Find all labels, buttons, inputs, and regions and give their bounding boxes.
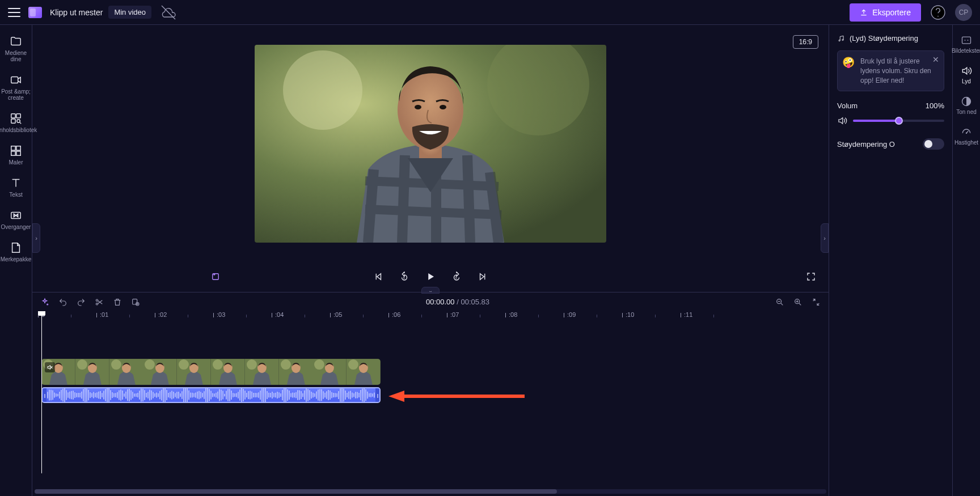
menu-button[interactable] [8, 8, 20, 17]
sidebar-label: Post &amp; create [1, 88, 31, 101]
sidebar-label: Innholdsbibliotek [0, 127, 37, 133]
ruler-tick: :01 [100, 311, 108, 318]
sidebar-item-library[interactable]: Innholdsbibliotek [0, 108, 32, 138]
noise-toggle[interactable] [923, 138, 944, 150]
tip-emoji-icon: 🤪 [842, 56, 855, 70]
svg-rect-4 [11, 114, 15, 118]
svg-point-51 [247, 359, 257, 370]
sparkle-button[interactable] [40, 298, 49, 307]
svg-point-43 [155, 363, 164, 373]
timeline-toolbar: 00:00.00 / 00:05.83 [32, 292, 829, 311]
rewind-5-button[interactable]: 5 [397, 269, 412, 284]
svg-point-46 [189, 363, 198, 373]
svg-rect-258 [962, 37, 971, 44]
play-button[interactable] [423, 269, 438, 284]
svg-point-23 [47, 304, 48, 305]
split-button[interactable] [95, 298, 104, 307]
zoom-out-button[interactable] [775, 298, 784, 307]
help-icon[interactable] [929, 3, 947, 22]
svg-point-45 [179, 359, 189, 370]
panel-title: (Lyd) Støydempering [850, 34, 918, 43]
volume-slider[interactable] [853, 120, 944, 122]
forward-5-button[interactable]: 5 [449, 269, 464, 284]
ruler-tick: :10 [626, 311, 634, 318]
time-duration: 00:05.83 [461, 298, 489, 306]
export-label: Eksportere [872, 8, 911, 17]
export-button[interactable]: Eksportere [850, 3, 921, 22]
svg-point-55 [292, 363, 301, 373]
sidebar-label: Lyd [962, 78, 971, 84]
svg-point-57 [314, 359, 324, 370]
delete-button[interactable] [113, 298, 122, 307]
video-clip[interactable] [41, 359, 381, 385]
mute-icon [45, 362, 55, 372]
skip-end-button[interactable] [475, 269, 490, 284]
sidebar-item-audio[interactable]: Lyd [953, 61, 981, 88]
volume-row: Volum 100% [837, 101, 944, 110]
svg-rect-8 [11, 146, 15, 150]
time-current: 00:00.00 [426, 298, 455, 306]
cloud-off-icon[interactable] [159, 3, 178, 22]
ruler-tick: :11 [684, 311, 692, 318]
sidebar-item-record[interactable]: Post &amp; create [0, 69, 32, 105]
panel-header: (Lyd) Støydempering [837, 34, 944, 43]
user-avatar[interactable]: CP [955, 4, 972, 21]
fullscreen-button[interactable] [804, 269, 818, 284]
sidebar-item-speed[interactable]: Hastighet [953, 122, 981, 150]
svg-point-42 [145, 359, 155, 370]
svg-point-260 [966, 132, 968, 134]
sidebar-item-media[interactable]: Mediene dine [0, 31, 32, 67]
duplicate-button[interactable] [131, 298, 140, 307]
tip-text: Bruk lyd til å justere lydens volum. Skr… [860, 57, 931, 84]
ruler-tick: :02 [158, 311, 167, 318]
tip-close-button[interactable]: ✕ [932, 54, 939, 66]
ruler-tick: :07 [450, 311, 459, 318]
preview-pane: 16:9 [32, 25, 829, 291]
ruler-tick: :04 [275, 311, 284, 318]
video-preview[interactable] [255, 45, 606, 243]
skip-start-button[interactable] [371, 269, 386, 284]
volume-slider-row [837, 116, 944, 126]
svg-rect-6 [11, 119, 15, 123]
app-logo-icon [28, 7, 42, 18]
audio-panel: (Lyd) Støydempering 🤪 ✕ Bruk lyd til å j… [829, 25, 952, 496]
waveform-icon [47, 388, 375, 402]
left-sidebar: Mediene dine Post &amp; create Innholdsb… [0, 25, 32, 496]
project-name-field[interactable]: Min video [108, 6, 151, 19]
sidebar-item-text[interactable]: Tekst [0, 172, 32, 202]
sidebar-item-transitions[interactable]: Overganger [0, 205, 32, 235]
sidebar-item-fade[interactable]: Ton ned [953, 92, 981, 119]
undo-button[interactable] [58, 298, 67, 307]
magic-tools-button[interactable] [208, 269, 223, 284]
playhead[interactable] [41, 311, 42, 473]
top-bar: Klipp ut mester Min video Eksportere CP [0, 0, 980, 25]
sidebar-item-captions[interactable]: Bildetekster [953, 31, 981, 58]
svg-point-36 [77, 359, 87, 370]
ruler-tick: :06 [392, 311, 400, 318]
sidebar-item-templates[interactable]: Maler [0, 140, 32, 170]
sidebar-label: Tekst [9, 192, 22, 198]
svg-point-49 [223, 363, 233, 373]
svg-point-37 [88, 363, 97, 373]
sidebar-item-brandkit[interactable]: Merkepakke [0, 237, 32, 267]
app-title: Klipp ut mester [50, 8, 103, 17]
clip-handle-right-icon[interactable]: || [375, 388, 379, 402]
preview-area: 16:9 [32, 25, 829, 262]
timeline-ruler[interactable]: 0:01:02:03:04:05:06:07:08:09:10:11 [41, 311, 829, 326]
svg-point-257 [842, 39, 843, 40]
svg-rect-3 [11, 77, 18, 83]
sidebar-label: Bildetekster [952, 48, 980, 54]
timeline-tracks[interactable]: || || [41, 326, 829, 473]
zoom-in-button[interactable] [793, 298, 802, 307]
svg-text:5: 5 [455, 276, 457, 279]
aspect-ratio-button[interactable]: 16:9 [793, 35, 818, 49]
svg-point-58 [325, 363, 334, 373]
redo-button[interactable] [77, 298, 86, 307]
clip-handle-left-icon[interactable]: || [43, 388, 47, 402]
sidebar-label: Maler [9, 159, 23, 166]
timeline-scrollbar[interactable] [35, 489, 826, 494]
svg-point-61 [359, 363, 368, 373]
svg-text:5: 5 [403, 276, 405, 279]
fit-timeline-button[interactable] [812, 298, 821, 307]
audio-clip[interactable]: || || [41, 387, 381, 403]
